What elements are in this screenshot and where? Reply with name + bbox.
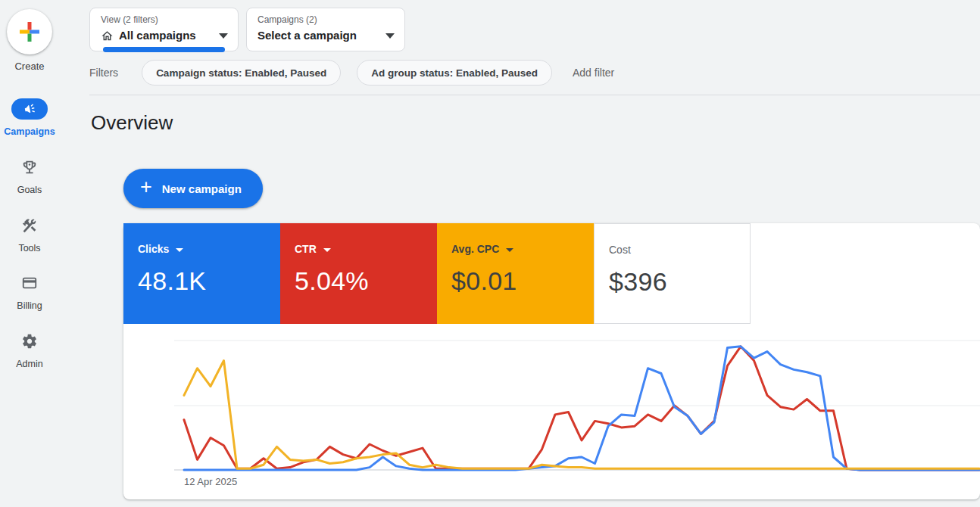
- scorecard-label: CTR: [295, 243, 317, 255]
- scorecard-clicks[interactable]: Clicks 48.1K: [123, 223, 280, 324]
- new-campaign-label: New campaign: [162, 182, 242, 195]
- create-label: Create: [0, 61, 59, 72]
- sidebar-item-tools[interactable]: Tools: [0, 215, 59, 254]
- sidebar-item-label: Billing: [0, 300, 59, 311]
- filter-chip-campaign-status[interactable]: Campaign status: Enabled, Paused: [142, 60, 341, 86]
- scorecard-value: 48.1K: [138, 266, 280, 296]
- scorecard-strip: Clicks 48.1K CTR 5.04% Avg. CPC $0.01 Co…: [123, 223, 751, 324]
- sidebar-item-label: Goals: [0, 185, 59, 195]
- scorecard-value: 5.04%: [295, 266, 437, 296]
- chart-line-clicks: [184, 347, 979, 470]
- sidebar-item-goals[interactable]: Goals: [0, 157, 59, 195]
- sidebar-item-label: Tools: [0, 243, 59, 254]
- gear-icon: [21, 333, 38, 350]
- x-axis-tick-label: 12 Apr 2025: [184, 476, 237, 487]
- create-plus-icon: [19, 21, 40, 42]
- sidebar-item-campaigns[interactable]: Campaigns: [0, 98, 59, 137]
- campaign-selector-value: Select a campaign: [257, 28, 357, 43]
- filter-chip-ad-group-status[interactable]: Ad group status: Enabled, Paused: [357, 60, 552, 86]
- metric-dropdown-caret-icon: [176, 248, 183, 252]
- tools-icon: [21, 217, 38, 234]
- performance-trend-chart: 12 Apr 2025: [123, 324, 980, 499]
- scorecard-value: $396: [609, 267, 750, 297]
- trophy-icon: [21, 159, 38, 176]
- credit-card-icon: [21, 275, 38, 291]
- scorecard-ctr[interactable]: CTR 5.04%: [280, 223, 437, 324]
- chevron-down-icon: [219, 33, 228, 39]
- new-campaign-button[interactable]: + New campaign: [123, 169, 263, 208]
- filters-bar: Filters Campaign status: Enabled, Paused…: [89, 60, 614, 86]
- scorecard-label: Cost: [609, 244, 631, 256]
- campaign-selector-label: Campaigns (2): [257, 14, 379, 26]
- metric-dropdown-caret-icon: [506, 248, 513, 252]
- plus-icon: +: [140, 177, 152, 198]
- scorecard-label: Clicks: [138, 243, 169, 255]
- selected-tab-indicator: [103, 47, 225, 52]
- scorecard-label: Avg. CPC: [451, 243, 499, 255]
- view-selector-dropdown[interactable]: View (2 filters) All campaigns: [89, 8, 239, 51]
- overview-chart-panel: Clicks 48.1K CTR 5.04% Avg. CPC $0.01 Co…: [123, 223, 980, 499]
- sidebar-item-label: Campaigns: [0, 126, 59, 137]
- megaphone-icon: [23, 102, 36, 116]
- create-circle: [7, 9, 52, 54]
- scorecard-value: $0.01: [451, 266, 594, 296]
- view-selector-label: View (2 filters): [101, 14, 212, 26]
- add-filter-button[interactable]: Add filter: [573, 67, 614, 79]
- chart-line-avg-cpc: [184, 361, 979, 469]
- filters-label: Filters: [89, 67, 118, 79]
- scorecard-cost[interactable]: Cost $396: [594, 223, 751, 324]
- sidebar-item-admin[interactable]: Admin: [0, 331, 59, 369]
- sidebar-item-label: Admin: [0, 359, 59, 369]
- view-selector-value: All campaigns: [119, 28, 196, 43]
- chart-line-ctr: [184, 347, 979, 470]
- sidebar-item-billing[interactable]: Billing: [0, 272, 59, 311]
- active-item-pill: [11, 98, 48, 120]
- page-title: Overview: [91, 111, 173, 135]
- campaign-selector-dropdown[interactable]: Campaigns (2) Select a campaign: [246, 8, 405, 51]
- create-button[interactable]: Create: [0, 9, 59, 72]
- trend-chart-svg: [123, 324, 980, 499]
- scorecard-avg-cpc[interactable]: Avg. CPC $0.01: [437, 223, 594, 324]
- chevron-down-icon: [385, 33, 395, 39]
- home-icon: [101, 30, 114, 42]
- header-divider: [89, 95, 980, 95]
- sidebar: Create Campaigns Goa: [0, 0, 89, 507]
- metric-dropdown-caret-icon: [323, 248, 331, 252]
